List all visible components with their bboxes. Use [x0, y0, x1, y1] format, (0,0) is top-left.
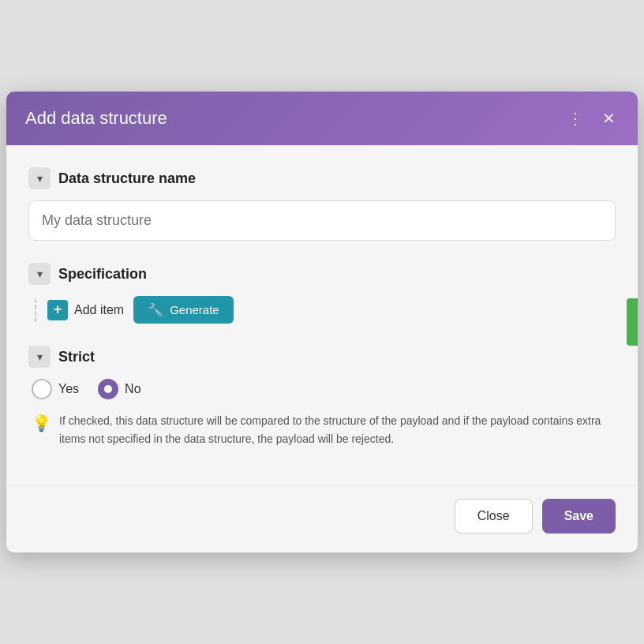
name-section-toggle[interactable]: ▾	[28, 167, 51, 189]
strict-hint-text: If checked, this data structure will be …	[59, 412, 616, 447]
generate-label: Generate	[170, 303, 219, 316]
more-icon: ⋮	[567, 109, 583, 128]
dialog-footer: Close Save	[6, 485, 638, 552]
strict-section-title: Strict	[58, 349, 95, 365]
specification-actions: + Add item 🔧 Generate	[28, 296, 616, 324]
close-button[interactable]: Close	[455, 499, 533, 534]
strict-hint-box: 💡 If checked, this data structure will b…	[28, 412, 616, 447]
dialog-body: ▾ Data structure name ▾ Specification + …	[6, 145, 638, 485]
close-dialog-button[interactable]: ✕	[599, 106, 619, 131]
header-actions: ⋮ ✕	[564, 106, 619, 131]
add-item-label: Add item	[74, 303, 124, 317]
specification-section-title: Specification	[58, 266, 147, 283]
strict-section-toggle[interactable]: ▾	[28, 346, 51, 368]
strict-no-option[interactable]: No	[98, 379, 140, 399]
specification-section-header: ▾ Specification	[28, 263, 616, 285]
strict-section-header: ▾ Strict	[28, 346, 616, 368]
specification-section-toggle[interactable]: ▾	[28, 263, 51, 285]
add-data-structure-dialog: Add data structure ⋮ ✕ ▾ Data structure …	[6, 92, 638, 552]
strict-radio-group: Yes No	[28, 379, 616, 399]
generate-button[interactable]: 🔧 Generate	[133, 296, 234, 324]
spec-buttons: + Add item 🔧 Generate	[47, 296, 234, 324]
wrench-icon: 🔧	[148, 302, 163, 317]
more-options-button[interactable]: ⋮	[564, 106, 586, 131]
name-section-title: Data structure name	[58, 170, 196, 187]
dialog-title: Add data structure	[25, 108, 167, 129]
lightbulb-icon: 💡	[32, 414, 51, 432]
strict-yes-option[interactable]: Yes	[32, 379, 79, 399]
chevron-down-icon: ▾	[37, 268, 43, 280]
data-structure-name-input[interactable]	[28, 200, 616, 241]
save-button[interactable]: Save	[542, 499, 616, 534]
dialog-header: Add data structure ⋮ ✕	[6, 92, 638, 145]
green-side-tab	[627, 298, 638, 346]
strict-yes-label: Yes	[58, 382, 79, 396]
spec-dashed-border	[35, 298, 36, 322]
specification-section: ▾ Specification + Add item 🔧 Generate	[28, 263, 616, 324]
strict-section: ▾ Strict Yes No 💡 If checked, this data …	[28, 346, 616, 447]
chevron-down-icon: ▾	[37, 350, 43, 363]
name-section-header: ▾ Data structure name	[28, 167, 616, 189]
strict-no-radio[interactable]	[98, 379, 118, 399]
plus-icon: +	[47, 300, 68, 320]
strict-no-label: No	[125, 382, 140, 396]
close-icon: ✕	[602, 109, 616, 128]
strict-yes-radio[interactable]	[32, 379, 52, 399]
name-section: ▾ Data structure name	[28, 167, 616, 241]
add-item-button[interactable]: + Add item	[47, 297, 124, 324]
chevron-down-icon: ▾	[37, 172, 43, 185]
